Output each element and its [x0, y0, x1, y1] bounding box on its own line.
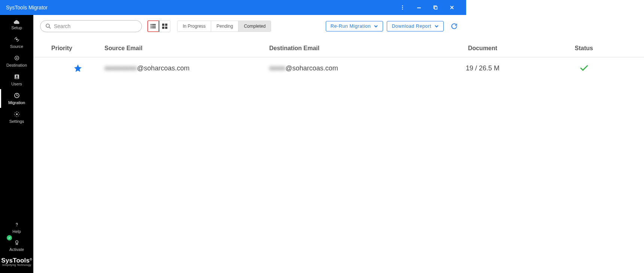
grid-icon	[162, 23, 168, 29]
minimize-button[interactable]	[411, 0, 427, 15]
svg-rect-21	[152, 27, 156, 28]
source-email-cell: ■■■■■■■■@soharcoas.com	[104, 64, 269, 72]
sidebar-item-label: Users	[11, 82, 22, 86]
search-box[interactable]	[40, 20, 142, 32]
sidebar-item-setup[interactable]: Setup	[0, 15, 33, 33]
title-bar: SysTools Migrator	[0, 0, 466, 15]
results-table: Priority Source Email Destination Email …	[33, 41, 644, 79]
svg-point-14	[15, 241, 18, 243]
check-icon	[579, 63, 589, 73]
priority-cell	[33, 64, 104, 73]
sidebar: Setup Source Destination Users Migration…	[0, 15, 33, 273]
badge-icon	[14, 240, 20, 246]
sidebar-item-migration[interactable]: Migration	[0, 89, 33, 108]
brand-tagline: Simplifying Technology	[0, 264, 33, 266]
col-source-email: Source Email	[104, 45, 269, 52]
table-row[interactable]: ■■■■■■■■@soharcoas.com ■■■■@soharcoas.co…	[33, 57, 644, 79]
gear-icon	[13, 111, 20, 118]
svg-point-2	[402, 9, 403, 10]
maximize-icon	[433, 5, 438, 10]
svg-rect-22	[162, 24, 164, 26]
svg-rect-23	[165, 24, 167, 26]
minimize-icon	[417, 5, 421, 10]
svg-point-8	[16, 57, 18, 59]
svg-point-6	[16, 39, 18, 40]
svg-point-12	[16, 113, 18, 115]
status-dot	[7, 235, 12, 240]
refresh-button[interactable]	[449, 21, 459, 31]
broadcast-icon	[13, 36, 20, 43]
svg-rect-24	[162, 27, 164, 29]
source-domain: @soharcoas.com	[137, 64, 189, 72]
maximize-button[interactable]	[427, 0, 444, 15]
clock-icon	[13, 92, 20, 99]
sidebar-item-label: Help	[12, 229, 21, 234]
view-toggle	[147, 20, 170, 32]
brand-logo: SysTools® Simplifying Technology	[0, 255, 33, 270]
tab-in-progress[interactable]: In Progress	[177, 21, 211, 31]
sidebar-item-label: Source	[10, 44, 23, 49]
svg-rect-3	[417, 7, 421, 8]
svg-point-10	[16, 75, 18, 77]
cloud-icon	[13, 19, 21, 24]
svg-point-15	[46, 24, 49, 27]
kebab-menu-button[interactable]	[394, 0, 411, 15]
svg-rect-17	[152, 24, 156, 25]
col-destination-email: Destination Email	[269, 45, 441, 52]
list-icon	[150, 23, 156, 29]
svg-rect-18	[151, 26, 152, 27]
sidebar-item-label: Migration	[8, 100, 25, 105]
table-header: Priority Source Email Destination Email …	[33, 41, 644, 57]
svg-rect-16	[151, 24, 152, 25]
grid-view-button[interactable]	[159, 21, 170, 32]
person-card-icon	[13, 73, 20, 80]
download-label: Download Report	[392, 24, 431, 29]
brand-name: SysTools	[1, 257, 30, 264]
chevron-down-icon	[374, 24, 378, 28]
rerun-label: Re-Run Migration	[331, 24, 371, 29]
sidebar-item-source[interactable]: Source	[0, 33, 33, 52]
svg-rect-5	[435, 7, 437, 9]
status-tabs: In Progress Pending Completed	[177, 21, 271, 32]
svg-rect-25	[165, 27, 167, 29]
document-cell: 19 / 26.5 M	[441, 64, 524, 72]
list-view-button[interactable]	[148, 21, 159, 32]
sidebar-item-settings[interactable]: Settings	[0, 108, 33, 127]
download-report-button[interactable]: Download Report	[387, 21, 444, 31]
col-priority: Priority	[33, 45, 104, 52]
destination-domain: @soharcoas.com	[286, 64, 338, 72]
sidebar-item-destination[interactable]: Destination	[0, 52, 33, 70]
sidebar-item-label: Settings	[9, 119, 24, 124]
refresh-icon	[450, 22, 458, 30]
help-icon	[14, 222, 20, 228]
tab-completed[interactable]: Completed	[238, 21, 271, 31]
sidebar-item-activate[interactable]: Activate	[0, 237, 33, 255]
target-icon	[13, 55, 20, 61]
svg-rect-20	[151, 27, 152, 28]
star-icon[interactable]	[73, 64, 82, 73]
tab-pending[interactable]: Pending	[211, 21, 238, 31]
toolbar: In Progress Pending Completed Re-Run Mig…	[33, 15, 466, 37]
rerun-migration-button[interactable]: Re-Run Migration	[326, 21, 383, 31]
sidebar-item-label: Setup	[11, 25, 22, 30]
sidebar-item-users[interactable]: Users	[0, 70, 33, 89]
chevron-down-icon	[434, 24, 439, 28]
kebab-icon	[400, 5, 405, 10]
svg-rect-19	[152, 26, 156, 27]
svg-point-13	[16, 226, 17, 227]
col-status: Status	[524, 45, 644, 52]
search-input[interactable]	[54, 23, 137, 29]
svg-point-0	[402, 5, 403, 6]
masked-text: ■■■■■■■■	[104, 64, 137, 72]
masked-text: ■■■■	[269, 64, 286, 72]
col-document: Document	[441, 45, 524, 52]
svg-point-1	[402, 7, 403, 8]
sidebar-item-help[interactable]: Help	[0, 219, 33, 237]
sidebar-item-label: Activate	[9, 247, 24, 252]
sidebar-item-label: Destination	[6, 63, 27, 67]
destination-email-cell: ■■■■@soharcoas.com	[269, 64, 441, 72]
close-icon	[450, 5, 454, 10]
window-title: SysTools Migrator	[6, 4, 48, 10]
close-button[interactable]	[444, 0, 460, 15]
search-icon	[45, 23, 52, 30]
